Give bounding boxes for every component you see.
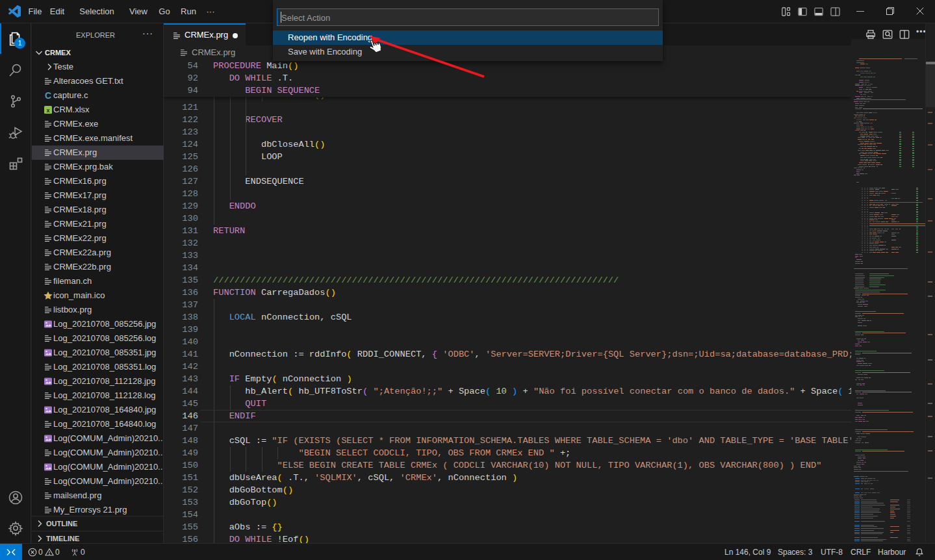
svg-text:x: x [46,107,49,114]
svg-text:C: C [45,90,51,101]
svg-text:1: 1 [18,40,22,47]
